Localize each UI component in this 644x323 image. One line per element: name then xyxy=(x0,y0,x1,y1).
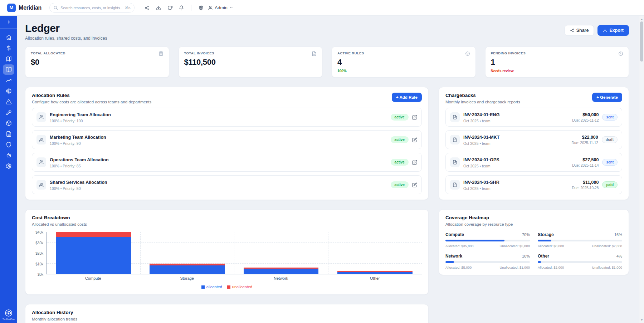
invoice-amount: $22,000 xyxy=(571,135,598,140)
heatmap-name: Network xyxy=(445,254,462,259)
scroll-down-arrow[interactable]: ▼ xyxy=(639,317,644,322)
sidebar-item-settings[interactable] xyxy=(3,161,14,171)
search-bar[interactable]: ⌘K xyxy=(49,3,135,13)
page-subtitle: Allocation rules, shared costs, and invo… xyxy=(25,36,107,41)
main-content: Ledger Allocation rules, shared costs, a… xyxy=(17,0,644,323)
progress-bar xyxy=(538,240,622,241)
heatmap-unallocated: Unallocated: $5,000 xyxy=(499,244,530,248)
dollar-icon xyxy=(6,45,12,51)
invoice-id: INV-2024-01-MKT xyxy=(463,135,499,140)
invoice-due: Due: 2025-11-12 xyxy=(571,141,598,145)
sidebar-item-ledger[interactable] xyxy=(3,64,14,75)
panel-subtitle: Monthly invoices and chargeback reports xyxy=(445,100,520,104)
invoices-list: INV-2024-01-ENGOct 2025 • team $50,000Du… xyxy=(445,108,622,194)
sidebar-item-resources[interactable] xyxy=(3,118,14,128)
invoice-row[interactable]: INV-2024-01-ENGOct 2025 • team $50,000Du… xyxy=(445,108,622,127)
panel-title: Chargebacks xyxy=(445,93,520,98)
rule-row[interactable]: Shared Services Allocation100% • Priorit… xyxy=(32,175,422,194)
invoice-amount: $27,500 xyxy=(572,157,599,162)
sidebar-item-documents[interactable] xyxy=(3,129,14,139)
invoice-row[interactable]: INV-2024-01-MKTOct 2025 • team $22,000Du… xyxy=(445,130,622,149)
sidebar-item-trends[interactable] xyxy=(3,75,14,85)
sidebar-expand-button[interactable] xyxy=(0,16,17,29)
sidebar-item-assistant[interactable] xyxy=(3,150,14,161)
vertical-scrollbar[interactable]: ▲ ▼ xyxy=(639,16,644,323)
generate-button[interactable]: + Generate xyxy=(592,93,622,102)
search-input[interactable] xyxy=(60,6,122,10)
trending-up-icon xyxy=(6,77,12,83)
heatmap-allocated: Allocated: $35,000 xyxy=(445,244,474,248)
invoice-row[interactable]: INV-2024-01-OPSOct 2025 • team $27,500Du… xyxy=(445,153,622,172)
sidebar-item-home[interactable] xyxy=(3,32,14,43)
heatmap-pct: 4% xyxy=(616,254,622,258)
cost-breakdown-yticks: $0k$10k$20k$30k$40k xyxy=(32,232,46,274)
legend-item: unallocated xyxy=(227,285,252,289)
progress-bar xyxy=(538,261,622,263)
invoice-meta: Oct 2025 • team xyxy=(463,119,572,123)
refresh-icon[interactable] xyxy=(165,3,175,13)
export-button[interactable]: Export xyxy=(597,25,629,36)
users-icon xyxy=(36,157,46,167)
download-icon xyxy=(603,28,607,33)
heatmap-pct: 16% xyxy=(614,233,622,237)
gear-icon xyxy=(6,163,12,169)
edit-icon[interactable] xyxy=(412,115,417,120)
divider xyxy=(191,5,191,11)
scrollbar-thumb[interactable] xyxy=(640,21,643,62)
bell-icon[interactable] xyxy=(177,3,186,13)
panel-subtitle: Allocation coverage by resource type xyxy=(445,222,622,226)
stats-row: TOTAL ALLOCATED $0 TOTAL INVOICES $110,5… xyxy=(25,47,629,78)
status-badge: active xyxy=(391,181,409,188)
progress-bar xyxy=(445,261,530,263)
user-menu[interactable]: Admin xyxy=(208,5,233,10)
rule-row[interactable]: Operations Team Allocation100% • Priorit… xyxy=(32,153,422,172)
calculator-icon xyxy=(158,51,164,56)
home-icon xyxy=(6,34,12,40)
share-button[interactable]: Share xyxy=(565,25,594,36)
sidebar-item-costs[interactable] xyxy=(3,43,14,53)
alert-triangle-icon xyxy=(6,99,12,105)
invoice-id: INV-2024-01-SHR xyxy=(463,180,499,185)
download-icon[interactable] xyxy=(154,3,163,13)
settings-gear-icon[interactable] xyxy=(196,3,206,13)
cost-breakdown-xlabels: ComputeStorageNetworkOther xyxy=(46,276,422,280)
scroll-up-arrow[interactable]: ▲ xyxy=(639,16,644,21)
legend-item: allocated xyxy=(201,285,222,289)
edit-icon[interactable] xyxy=(412,160,417,165)
invoice-due: Due: 2025-10-28 xyxy=(572,186,599,190)
sidebar-item-security[interactable] xyxy=(3,140,14,150)
y-axis-label: $0k xyxy=(38,273,43,276)
sidebar-footer-logo[interactable]: The CloudFixer xyxy=(3,309,15,320)
add-rule-button[interactable]: + Add Rule xyxy=(392,93,422,102)
shield-icon xyxy=(6,142,12,148)
brand[interactable]: M Meridian xyxy=(7,4,42,12)
edit-icon[interactable] xyxy=(412,137,417,142)
stat-card-total-invoices: TOTAL INVOICES $110,500 xyxy=(179,47,323,78)
invoice-meta: Oct 2025 • team xyxy=(463,164,572,168)
invoice-row[interactable]: INV-2024-01-SHROct 2025 • team $11,000Du… xyxy=(445,175,622,194)
bar-other xyxy=(328,232,422,274)
invoice-meta: Oct 2025 • team xyxy=(463,141,572,146)
edit-icon[interactable] xyxy=(412,182,417,187)
search-shortcut: ⌘K xyxy=(125,6,131,10)
rule-row[interactable]: Marketing Team Allocation100% • Priority… xyxy=(32,130,422,149)
progress-bar xyxy=(445,240,530,241)
topbar: M Meridian ⌘K Admin xyxy=(0,0,644,16)
sidebar-item-alerts[interactable] xyxy=(3,97,14,107)
clock-icon xyxy=(618,51,623,56)
share-icon[interactable] xyxy=(142,3,152,13)
heatmap-item-network: Network10% Allocated: $5,000Unallocated:… xyxy=(445,254,530,269)
status-badge: active xyxy=(391,114,409,121)
invoice-amount: $11,000 xyxy=(572,180,599,185)
sidebar-item-map[interactable] xyxy=(3,54,14,64)
bot-icon xyxy=(6,152,12,158)
rule-row[interactable]: Engineering Team Allocation100% • Priori… xyxy=(32,108,422,127)
rule-meta: 100% • Priority: 50 xyxy=(50,186,391,191)
user-label: Admin xyxy=(215,5,227,10)
invoice-meta: Oct 2025 • team xyxy=(463,186,572,191)
sidebar-item-target[interactable] xyxy=(3,86,14,96)
sidebar-item-tools[interactable] xyxy=(3,107,14,118)
heatmap-pct: 10% xyxy=(522,254,530,258)
users-icon xyxy=(36,135,46,145)
stat-label: PENDING INVOICES xyxy=(491,51,526,55)
